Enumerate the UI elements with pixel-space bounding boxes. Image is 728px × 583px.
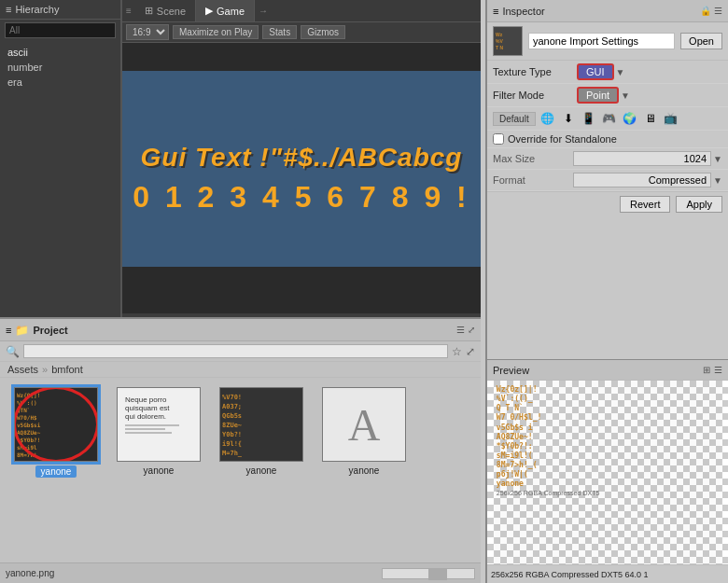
project-drag: ≡ bbox=[6, 325, 11, 336]
override-checkbox[interactable] bbox=[493, 133, 504, 145]
hierarchy-item-number[interactable]: number bbox=[0, 60, 120, 75]
format-input[interactable] bbox=[573, 173, 711, 187]
project-panel: ≡ 📁 Project ☰ ⤢ 🔍 ☆ ⤢ Assets » bmfont Wz… bbox=[0, 317, 481, 583]
game-tab-icon: ▶ bbox=[205, 5, 213, 17]
lock-icon[interactable]: 🔒 bbox=[700, 6, 711, 16]
breadcrumb-folder[interactable]: bmfont bbox=[51, 364, 83, 375]
hierarchy-drag: ≡ bbox=[6, 4, 11, 15]
asset-label-yanone-texture: yanone bbox=[35, 465, 77, 478]
asset-item-yanone-texture[interactable]: Wz{0[]! %V`:() QTN` W70/H$ v5Gb$si AQ8ZU… bbox=[9, 387, 103, 478]
scroll-bar[interactable] bbox=[382, 568, 475, 579]
preview-content: Wz{0z[]|! %V`:(()_ Q T N` W7 0/H$l_! v5G… bbox=[487, 381, 728, 564]
platform-icons-row: Default 🌐 ⬇ 📱 🎮 🌍 🖥 📺 bbox=[487, 107, 728, 131]
platform-windows-icon[interactable]: 🖥 bbox=[642, 110, 659, 127]
buttons-row: Revert Apply bbox=[487, 191, 728, 216]
inspector-menu-icon[interactable]: ☰ bbox=[714, 6, 722, 16]
hierarchy-item-ascii[interactable]: ascii bbox=[0, 45, 120, 60]
search-icon: 🔍 bbox=[6, 345, 20, 358]
asset-thumb-yanone-texture: Wz{0[]! %V`:() QTN` W70/H$ v5Gb$si AQ8ZU… bbox=[14, 387, 98, 462]
project-menu-icon[interactable]: ☰ bbox=[456, 325, 465, 335]
preview-menu-icon[interactable]: ☰ bbox=[714, 365, 722, 375]
platform-mobile-icon[interactable]: 📱 bbox=[581, 110, 597, 127]
project-header: ≡ 📁 Project ☰ ⤢ bbox=[0, 319, 481, 341]
max-size-input[interactable] bbox=[573, 151, 711, 166]
inspector-header: ≡ Inspector 🔒 ☰ bbox=[487, 0, 728, 22]
game-toolbar: 16:9 Maximize on Play Stats Gizmos bbox=[122, 22, 481, 43]
tab-game[interactable]: ▶ Game bbox=[196, 0, 255, 21]
search-star-icon[interactable]: ☆ bbox=[452, 345, 462, 358]
preview-zoom-icon[interactable]: ⊞ bbox=[703, 365, 710, 375]
tab-scene[interactable]: ⊞ Scene bbox=[135, 0, 196, 21]
text-line-1 bbox=[125, 424, 179, 426]
hierarchy-items: ascii number era bbox=[0, 41, 120, 93]
svg-text:v5Gb$s i: v5Gb$s i bbox=[497, 423, 533, 432]
format-label: Format bbox=[493, 174, 573, 186]
game-bottom-bar bbox=[122, 267, 481, 313]
max-size-row: Max Size ▼ bbox=[487, 148, 728, 170]
inspector-header-left: ≡ Inspector bbox=[493, 6, 545, 17]
project-title: Project bbox=[33, 325, 67, 336]
asset-item-yanone-text[interactable]: Neque porroquisquam estqui dolorem. yano… bbox=[112, 387, 205, 478]
svg-text:256x256 RGBA Compressed DXT5: 256x256 RGBA Compressed DXT5 bbox=[497, 490, 600, 497]
scene-tab-icon: ⊞ bbox=[145, 5, 153, 17]
breadcrumb-assets[interactable]: Assets bbox=[7, 364, 38, 375]
game-top-bar bbox=[122, 43, 481, 71]
svg-text:AQ8ZUe~: AQ8ZUe~ bbox=[17, 429, 41, 436]
project-search-input[interactable] bbox=[23, 344, 448, 358]
breadcrumb-separator: » bbox=[42, 364, 48, 375]
search-expand-icon[interactable]: ⤢ bbox=[466, 345, 475, 358]
text-line-3 bbox=[125, 432, 172, 434]
open-button[interactable]: Open bbox=[680, 33, 722, 49]
svg-text:%V`:(()_: %V`:(()_ bbox=[497, 394, 533, 403]
hierarchy-header: ≡ Hierarchy bbox=[0, 0, 120, 20]
preview-icons: ⊞ ☰ bbox=[703, 365, 722, 375]
asset-name-input[interactable] bbox=[528, 33, 675, 49]
override-row: Override for Standalone bbox=[487, 131, 728, 148]
hierarchy-item-era[interactable]: era bbox=[0, 75, 120, 90]
svg-text:%V: %V bbox=[496, 38, 503, 44]
svg-text:W70/H$: W70/H$ bbox=[17, 414, 37, 421]
asset-item-yanone-font[interactable]: A yanone bbox=[317, 387, 411, 478]
platform-download-icon[interactable]: ⬇ bbox=[560, 110, 577, 127]
status-bar-text: yanone.png bbox=[6, 568, 54, 578]
platform-default-button[interactable]: Default bbox=[493, 112, 536, 126]
filter-mode-label: Filter Mode bbox=[493, 90, 577, 101]
asset-thumb-yanone-dark: %V70! A037; QGb5s 8ZUe~ Y0b?! i9l!{ M=7h… bbox=[219, 387, 303, 462]
hierarchy-search-input[interactable] bbox=[5, 22, 116, 38]
platform-handheld-icon[interactable]: 📺 bbox=[663, 110, 679, 127]
asset-label-yanone-dark: yanone bbox=[246, 465, 277, 476]
texture-type-dropdown[interactable]: GUI bbox=[577, 63, 614, 80]
game-tab-label: Game bbox=[217, 6, 245, 17]
svg-rect-4 bbox=[495, 381, 721, 564]
svg-text:Wz{0z[]|!: Wz{0z[]|! bbox=[497, 384, 538, 394]
filter-mode-dropdown[interactable]: Point bbox=[577, 87, 619, 104]
project-folder-icon: 📁 bbox=[15, 324, 29, 337]
svg-text:i9l!{: i9l!{ bbox=[222, 440, 242, 448]
platform-web-icon[interactable]: 🌐 bbox=[539, 110, 556, 127]
platform-globe2-icon[interactable]: 🌍 bbox=[622, 110, 638, 127]
stats-button[interactable]: Stats bbox=[262, 25, 297, 39]
game-drag-handle: → bbox=[255, 0, 272, 21]
asset-item-yanone-dark[interactable]: %V70! A037; QGb5s 8ZUe~ Y0b?! i9l!{ M=7h… bbox=[215, 387, 308, 478]
svg-text:QGb5s: QGb5s bbox=[222, 412, 242, 420]
svg-text:%V`:(): %V`:() bbox=[17, 399, 37, 406]
platform-gamepad-icon[interactable]: 🎮 bbox=[601, 110, 618, 127]
max-size-value: ▼ bbox=[573, 151, 722, 166]
apply-button[interactable]: Apply bbox=[676, 196, 722, 213]
font-texture-overlay: Wz{0z[]|! %V`:(()_ Q T N` W7 0/H$l_! v5G… bbox=[487, 381, 728, 564]
inspector-panel: ≡ Inspector 🔒 ☰ Wz %V T N Open Texture T… bbox=[485, 0, 728, 359]
svg-text:%V70!: %V70! bbox=[222, 394, 242, 401]
hierarchy-search-bar bbox=[0, 20, 120, 41]
project-expand-icon[interactable]: ⤢ bbox=[468, 325, 475, 335]
maximize-on-play-button[interactable]: Maximize on Play bbox=[173, 25, 259, 39]
scroll-thumb[interactable] bbox=[428, 569, 447, 580]
max-size-arrow: ▼ bbox=[713, 154, 722, 164]
aspect-ratio-select[interactable]: 16:9 bbox=[126, 24, 169, 40]
asset-thumbnail: Wz %V T N bbox=[493, 26, 523, 56]
revert-button[interactable]: Revert bbox=[620, 196, 670, 213]
gizmos-button[interactable]: Gizmos bbox=[301, 25, 345, 39]
svg-text:AQ8ZUe~!: AQ8ZUe~! bbox=[497, 432, 533, 441]
game-text-line1: Gui Text !"#$../ABCabcg bbox=[141, 143, 463, 173]
project-title-area: ≡ 📁 Project bbox=[6, 324, 68, 337]
inspector-title: Inspector bbox=[502, 6, 544, 17]
